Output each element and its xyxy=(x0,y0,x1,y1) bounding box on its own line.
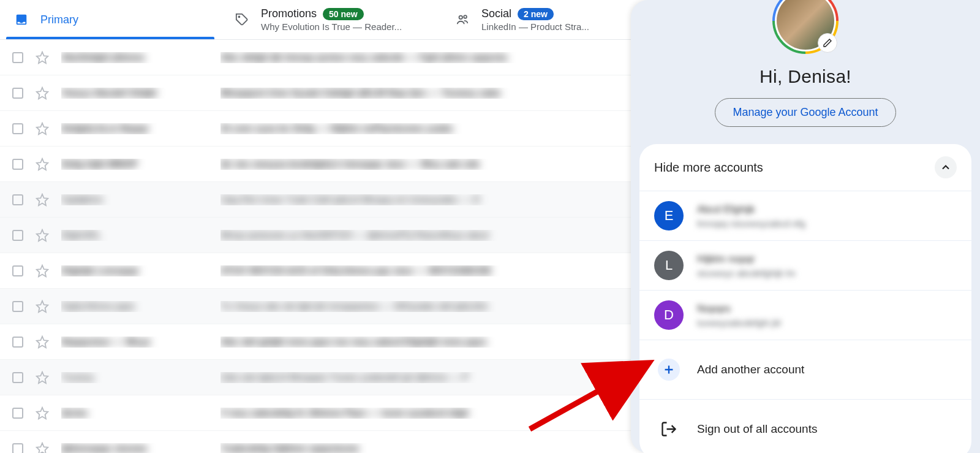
star-icon[interactable] xyxy=(36,264,49,278)
account-item[interactable]: E Abcd Efghijk lmnopq rstuvwxyzabcd efg xyxy=(639,191,971,240)
avatar-edit-button[interactable] xyxy=(818,33,837,53)
add-account-label: Add another account xyxy=(697,363,804,376)
svg-marker-11 xyxy=(37,336,48,347)
account-avatar: D xyxy=(654,300,684,330)
account-email: stuvwxyz abcdefghijk lm xyxy=(697,268,796,278)
account-name: Hijklm nopqr xyxy=(697,253,796,265)
checkbox[interactable] xyxy=(12,337,23,348)
star-icon[interactable] xyxy=(36,86,49,100)
hide-accounts-toggle[interactable]: Hide more accounts xyxy=(639,144,971,191)
svg-marker-10 xyxy=(37,300,48,311)
checkbox[interactable] xyxy=(12,230,23,241)
checkbox[interactable] xyxy=(12,265,23,276)
checkbox[interactable] xyxy=(12,159,23,170)
people-icon xyxy=(456,13,469,26)
checkbox[interactable] xyxy=(12,52,23,63)
svg-point-1 xyxy=(459,16,463,19)
checkbox[interactable] xyxy=(12,443,23,454)
account-avatar: E xyxy=(654,201,684,230)
star-icon[interactable] xyxy=(36,229,49,242)
signout-all-button[interactable]: Sign out of all accounts xyxy=(639,399,971,453)
star-icon[interactable] xyxy=(36,193,49,207)
svg-marker-12 xyxy=(37,371,48,383)
checkbox[interactable] xyxy=(12,123,23,134)
svg-marker-5 xyxy=(37,123,48,134)
account-email: tuvwxyzabcdefghi jkl xyxy=(697,318,781,328)
account-avatar: L xyxy=(654,251,684,280)
svg-marker-8 xyxy=(37,229,48,240)
svg-marker-14 xyxy=(37,443,48,453)
star-icon[interactable] xyxy=(36,335,49,349)
account-header: Hi, Denisa! Manage your Google Account xyxy=(631,0,980,144)
signout-icon xyxy=(654,414,684,444)
plus-icon xyxy=(658,359,680,381)
checkbox[interactable] xyxy=(12,194,23,205)
accounts-section: Hide more accounts E Abcd Efghijk lmnopq… xyxy=(639,144,971,453)
manage-account-button[interactable]: Manage your Google Account xyxy=(715,98,895,127)
star-icon[interactable] xyxy=(36,300,49,313)
account-switcher-panel: Hi, Denisa! Manage your Google Account H… xyxy=(631,0,980,453)
account-item[interactable]: L Hijklm nopqr stuvwxyz abcdefghijk lm xyxy=(639,240,971,290)
avatar-wrap xyxy=(772,0,839,54)
social-badge: 2 new xyxy=(518,8,554,20)
tab-social-subtitle: LinkedIn — Product Stra... xyxy=(481,21,589,32)
star-icon[interactable] xyxy=(36,51,49,64)
tab-promotions-subtitle: Why Evolution Is True — Reader... xyxy=(261,21,402,32)
star-icon[interactable] xyxy=(36,158,49,171)
svg-point-0 xyxy=(239,17,240,18)
account-name: Nopqrs xyxy=(697,303,781,315)
chevron-up-icon xyxy=(935,156,957,178)
account-item[interactable]: D Nopqrs tuvwxyzabcdefghi jkl xyxy=(639,290,971,340)
account-name: Abcd Efghijk xyxy=(697,204,805,216)
add-account-button[interactable]: Add another account xyxy=(639,340,971,399)
signout-label: Sign out of all accounts xyxy=(697,422,817,436)
svg-marker-3 xyxy=(37,51,48,63)
tab-promotions-label: Promotions xyxy=(261,7,317,20)
star-icon[interactable] xyxy=(36,442,49,454)
tab-social[interactable]: Social 2 new LinkedIn — Product Stra... xyxy=(441,0,662,39)
star-icon[interactable] xyxy=(36,371,49,384)
checkbox[interactable] xyxy=(12,301,23,312)
tab-primary-label: Primary xyxy=(40,13,78,26)
inbox-icon xyxy=(15,13,28,26)
svg-marker-7 xyxy=(37,194,48,205)
star-icon[interactable] xyxy=(36,406,49,420)
tab-social-label: Social xyxy=(481,7,511,20)
tab-primary[interactable]: Primary xyxy=(0,0,221,39)
promotions-badge: 50 new xyxy=(323,8,364,20)
svg-marker-13 xyxy=(37,407,48,418)
greeting-text: Hi, Denisa! xyxy=(760,66,851,87)
svg-marker-6 xyxy=(37,158,48,169)
svg-marker-9 xyxy=(37,265,48,276)
checkbox[interactable] xyxy=(12,88,23,99)
tag-icon xyxy=(235,13,249,26)
checkbox[interactable] xyxy=(12,372,23,383)
svg-marker-4 xyxy=(37,87,48,98)
pencil-icon xyxy=(823,38,832,48)
tab-promotions[interactable]: Promotions 50 new Why Evolution Is True … xyxy=(221,0,441,39)
checkbox[interactable] xyxy=(12,408,23,419)
account-email: lmnopq rstuvwxyzabcd efg xyxy=(697,218,805,229)
svg-point-2 xyxy=(464,15,467,18)
star-icon[interactable] xyxy=(36,122,49,135)
hide-accounts-label: Hide more accounts xyxy=(654,161,763,175)
